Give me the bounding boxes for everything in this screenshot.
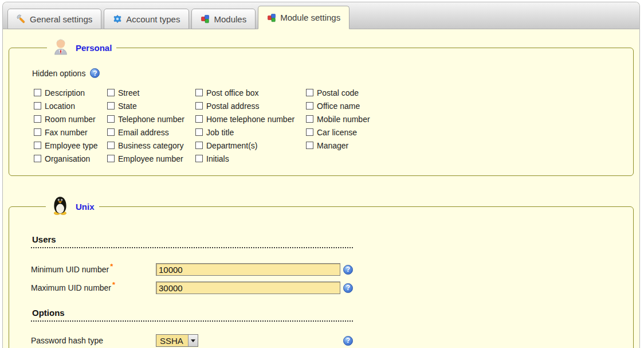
tab-bar: General settings Account types Modules	[3, 2, 639, 29]
min-uid-row: Minimum UID number* ?	[31, 263, 353, 276]
hidden-option-checkbox[interactable]	[107, 142, 115, 149]
max-uid-label: Maximum UID number*	[31, 283, 156, 292]
hidden-option-item: Job title	[195, 126, 306, 139]
hidden-option-item: Car license	[306, 126, 633, 139]
tab-modules[interactable]: Modules	[191, 9, 256, 29]
hidden-option-item: Mobile number	[306, 112, 633, 126]
hidden-option-item: Description	[34, 86, 107, 99]
hidden-option-checkbox[interactable]	[107, 155, 115, 162]
hidden-option-checkbox[interactable]	[107, 102, 115, 110]
password-hash-value: SSHA	[156, 335, 188, 346]
options-heading: Options	[31, 308, 353, 322]
personal-legend: Personal	[47, 37, 116, 58]
required-icon: *	[112, 280, 115, 289]
hidden-option-checkbox[interactable]	[107, 89, 115, 96]
hidden-option-checkbox[interactable]	[195, 128, 203, 136]
tab-module-settings[interactable]: Module settings	[258, 6, 350, 29]
hidden-options-label: Hidden options	[32, 69, 85, 78]
hidden-option-checkbox[interactable]	[306, 115, 313, 123]
tab-label: Module settings	[280, 13, 340, 22]
hidden-option-checkbox[interactable]	[195, 89, 203, 96]
hidden-option-item: Fax number	[34, 126, 107, 139]
hidden-option-checkbox[interactable]	[107, 128, 115, 136]
min-uid-input[interactable]	[156, 263, 340, 276]
hidden-option-item: Postal address	[195, 99, 306, 112]
hidden-option-item: Street	[107, 86, 195, 99]
password-hash-row: Password hash type SSHA ?	[31, 334, 353, 347]
required-icon: *	[110, 262, 113, 271]
help-icon[interactable]: ?	[90, 68, 100, 78]
max-uid-input[interactable]	[156, 281, 340, 294]
hidden-option-item: Organisation	[34, 152, 107, 165]
hidden-options-grid: Description Location Room number Fax num…	[34, 86, 633, 165]
hidden-option-item: Initials	[195, 152, 306, 165]
chevron-down-icon	[191, 339, 195, 342]
unix-legend: Unix	[46, 195, 99, 217]
hidden-option-checkbox[interactable]	[306, 128, 313, 136]
help-icon[interactable]: ?	[343, 283, 353, 293]
min-uid-label: Minimum UID number*	[31, 265, 156, 274]
tab-account-types[interactable]: Account types	[104, 9, 189, 29]
gear-icon	[113, 14, 122, 24]
hidden-option-checkbox[interactable]	[34, 89, 41, 96]
hidden-option-item: Manager	[306, 139, 633, 152]
hidden-option-item: Postal code	[306, 86, 633, 99]
hidden-option-item: State	[107, 99, 195, 112]
hidden-option-checkbox[interactable]	[34, 102, 41, 110]
unix-form: Users Minimum UID number* ? Maximum UID …	[31, 234, 353, 348]
modules-icon	[201, 14, 210, 24]
tab-label: Modules	[214, 14, 246, 24]
tab-label: Account types	[126, 14, 180, 24]
hidden-option-checkbox[interactable]	[195, 115, 203, 123]
hidden-option-checkbox[interactable]	[306, 142, 313, 149]
wrench-icon	[17, 14, 26, 24]
tab-label: General settings	[30, 14, 92, 24]
password-hash-label: Password hash type	[31, 336, 156, 345]
hidden-option-checkbox[interactable]	[34, 115, 41, 123]
help-icon[interactable]: ?	[343, 265, 353, 275]
password-hash-select[interactable]: SSHA	[156, 334, 198, 347]
settings-window: General settings Account types Modules	[2, 2, 640, 348]
dropdown-button[interactable]	[188, 335, 198, 346]
hidden-option-checkbox[interactable]	[107, 115, 115, 123]
hidden-option-item: Department(s)	[195, 139, 306, 152]
hidden-option-checkbox[interactable]	[34, 155, 41, 162]
hidden-option-item: Employee type	[34, 139, 107, 152]
hidden-option-item: Room number	[34, 112, 107, 126]
hidden-option-item: Location	[34, 99, 107, 112]
hidden-options-row: Hidden options ?	[32, 68, 633, 78]
personal-section: Personal Hidden options ? Description Lo…	[9, 37, 634, 176]
hidden-option-checkbox[interactable]	[306, 102, 313, 110]
personal-title: Personal	[76, 43, 112, 53]
hidden-option-item: Office name	[306, 99, 633, 112]
tux-penguin-icon	[50, 195, 70, 217]
hidden-option-checkbox[interactable]	[34, 142, 41, 149]
hidden-option-item: Post office box	[195, 86, 306, 99]
hidden-option-item: Employee number	[107, 152, 195, 165]
hidden-option-checkbox[interactable]	[195, 155, 203, 162]
max-uid-row: Maximum UID number* ?	[31, 281, 353, 294]
hidden-option-checkbox[interactable]	[34, 128, 41, 136]
hidden-option-checkbox[interactable]	[195, 102, 203, 110]
module-settings-panel: Personal Hidden options ? Description Lo…	[3, 29, 639, 348]
help-icon[interactable]: ?	[343, 336, 353, 346]
hidden-option-item: Home telephone number	[195, 112, 306, 126]
tab-general-settings[interactable]: General settings	[7, 9, 101, 29]
hidden-option-checkbox[interactable]	[195, 142, 203, 149]
users-heading: Users	[31, 234, 353, 248]
hidden-option-item: Email address	[107, 126, 195, 139]
unix-section: Unix Users Minimum UID number* ? Maximum…	[9, 195, 634, 348]
modules-icon	[267, 13, 276, 22]
hidden-option-item: Business category	[107, 139, 195, 152]
person-icon	[52, 37, 70, 58]
unix-title: Unix	[76, 202, 95, 212]
hidden-option-item: Telephone number	[107, 112, 195, 126]
hidden-option-checkbox[interactable]	[306, 89, 313, 96]
